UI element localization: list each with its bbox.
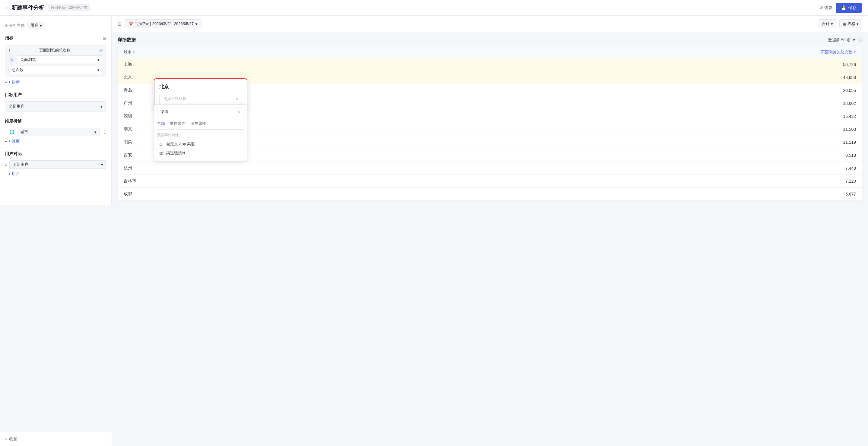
toolbar-left: ⊟ 📅 过去7天 | 2023/05/21–2023/05/27 ▾ [118,19,202,28]
metric-item-1-top: 1 页面浏览的总次数 ⊟ [8,47,103,53]
preset-section-label: 预置事件属性 [157,133,244,138]
dim-more-icon[interactable]: ⋮ [102,130,106,134]
value-cell: 7,220 [184,179,856,183]
analysis-subject-label: ⊕ 分析主体 [5,23,25,28]
target-user-chevron-icon: ▾ [100,104,102,109]
table-options: 数据前 50 项 ▾ ⓘ [828,37,862,43]
value-cell: 18,602 [184,101,856,106]
add-metric-icon: + [5,80,7,85]
value-cell: 15,432 [184,114,856,119]
target-user-selector[interactable]: 全部用户 ▾ [5,101,106,111]
dimension-item-1: 1 🌐 城市 ▾ ⋮ [5,128,106,136]
search-input[interactable] [160,110,235,114]
user-compare-chevron-icon: ▾ [101,163,103,167]
search-tabs: 全部 事件属性 用户属性 [157,119,244,130]
clear-icon[interactable]: ✕ [237,109,241,114]
restore-button[interactable]: ↺ 恢复 [819,5,833,10]
city-cell: 吉林市 [124,178,184,184]
grid-icon: ▦ [158,150,164,156]
metrics-title: 指标 [5,36,13,41]
save-button[interactable]: 💾 保存 [836,3,862,13]
date-chevron-icon: ▾ [195,22,197,26]
city-cell: 成都 [124,191,184,197]
dimension-header: 维度拆解 [5,119,106,124]
restore-icon: ↺ [819,5,823,10]
table-icon: ▦ [843,22,846,26]
value-cell: 11,119 [184,140,856,145]
tab-event-attr[interactable]: 事件属性 [170,119,185,129]
add-user-button[interactable]: + + 用户 [5,171,106,177]
value-sort-icon: ⇅ [854,50,856,54]
table-row[interactable]: 上海56,726 [118,58,862,71]
add-dimension-button[interactable]: + + 维度 [5,139,106,144]
city-cell: 上海 [124,62,184,67]
target-user-section: 目标用户 全部用户 ▾ [5,92,106,111]
metrics-header: 指标 ⊟ [5,36,106,41]
metrics-section: 指标 ⊟ 1 页面浏览的总次数 ⊟ ⊙ 页面浏览 ▾ [5,36,106,85]
date-selector[interactable]: 📅 过去7天 | 2023/05/21–2023/05/27 ▾ [125,19,202,28]
metric-item-1: 1 页面浏览的总次数 ⊟ ⊙ 页面浏览 ▾ 总次数 ▾ [5,44,106,77]
sidebar-bottom: « 收起 [0,432,112,446]
add-metric-button[interactable]: + + 指标 [5,79,106,85]
value-cell: 56,726 [184,62,856,67]
table-header: 城市 ⇅ 页面浏览的总次数 ⇅ [118,46,862,58]
value-cell: 48,653 [184,75,856,80]
table-title: 详细数据 [118,37,136,43]
subject-value: 用户 [30,23,39,28]
option-label-1: 自定义 App 渠道 [166,141,195,147]
header-left: ‹ 新建事件分析 数据更新于26分钟之前 [6,4,90,11]
table-row[interactable]: 成都5,677 [118,188,862,201]
subject-selector[interactable]: 用户 ▾ [27,22,45,30]
table-row[interactable]: 吉林市7,220 [118,175,862,188]
agg-selector[interactable]: 合计 ▾ [818,19,836,28]
filter-icon[interactable]: ⊟ [118,21,122,27]
analysis-subject: ⊕ 分析主体 用户 ▾ [5,22,106,30]
user-compare-selector[interactable]: 全部用户 ▾ [9,160,106,169]
option-channel-link-id[interactable]: ▦ 渠道链接id [157,148,244,158]
table-header-row: 详细数据 数据前 50 项 ▾ ⓘ [118,37,862,43]
add-user-icon: + [5,172,7,176]
back-button[interactable]: ‹ [6,4,8,11]
user-compare-title: 用户对比 [5,151,22,157]
calendar-icon: 📅 [128,22,133,26]
drill-dim-selector[interactable]: 选择下钻维度 ▾ [159,94,242,104]
value-column-header[interactable]: 页面浏览的总次数 ⇅ [184,49,856,55]
metric-1-name: 页面浏览的总次数 [39,47,70,53]
metric-1-number: 1 [8,48,10,53]
metric-1-filter-icon[interactable]: ⊟ [99,48,103,53]
city-column-header[interactable]: 城市 ⇅ [124,49,184,55]
user-compare-num: 1 [5,163,7,167]
data-limit-selector[interactable]: 数据前 50 项 ▾ [828,37,855,43]
subject-chevron-icon: ▾ [40,23,42,28]
metric-tag: ⊙ [8,56,15,63]
collapse-button[interactable]: « 收起 [5,436,107,442]
table-view-selector[interactable]: ▦ 表格 ▾ [839,19,862,28]
user-compare-item-1: 1 全部用户 ▾ [5,160,106,169]
user-compare-section: 用户对比 1 全部用户 ▾ + + 用户 [5,151,106,177]
update-badge: 数据更新于26分钟之前 [48,4,90,11]
table-row[interactable]: 杭州7,448 [118,162,862,175]
value-cell: 11,503 [184,127,856,132]
filter-icon[interactable]: ⊟ [103,36,106,41]
table-chevron-icon: ▾ [857,22,859,26]
value-cell: 5,677 [184,192,856,197]
top-header: ‹ 新建事件分析 数据更新于26分钟之前 ↺ 恢复 💾 保存 [0,0,868,16]
agg-chevron-icon: ▾ [831,22,833,26]
measure-chevron-icon: ▾ [97,68,99,72]
metric-measure-selector[interactable]: 总次数 ▾ [8,66,103,74]
drill-placeholder: 选择下钻维度 [163,96,187,102]
metric-event-selector[interactable]: 页面浏览 ▾ [17,56,103,64]
option-custom-app-channel[interactable]: ⊙ 自定义 App 渠道 [157,140,244,148]
dim-selector[interactable]: 城市 ▾ [17,128,100,136]
tab-all[interactable]: 全部 [157,119,165,129]
city-cell: 杭州 [124,166,184,171]
info-icon[interactable]: ⓘ [858,37,862,43]
tab-user-attr[interactable]: 用户属性 [190,119,206,129]
dimension-section: 维度拆解 1 🌐 城市 ▾ ⋮ + + 维度 [5,119,106,144]
collapse-icon: « [5,437,7,442]
dim-1-number: 1 [5,130,7,134]
dimension-title: 维度拆解 [5,119,22,124]
header-right: ↺ 恢复 💾 保存 [819,3,862,13]
limit-chevron-icon: ▾ [853,38,855,42]
city-sort-icon: ⇅ [133,50,135,54]
